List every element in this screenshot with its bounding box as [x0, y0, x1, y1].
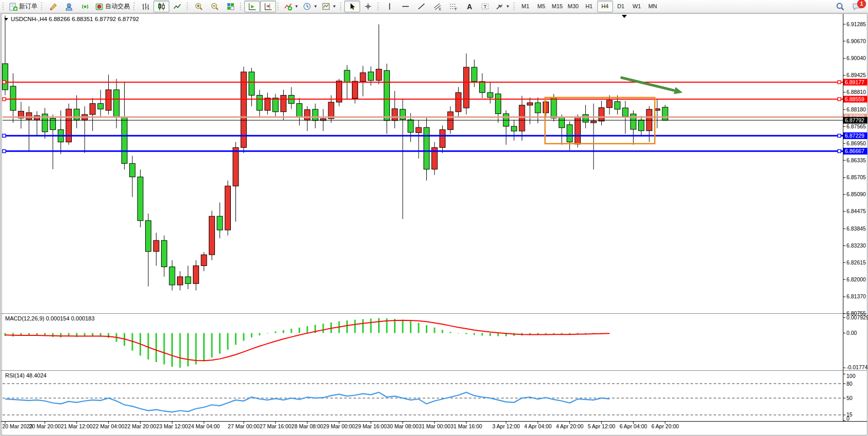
line-handle[interactable]: [3, 81, 6, 84]
y-tick-label: 6.83845: [846, 225, 866, 232]
horizontal-line-button[interactable]: [398, 1, 413, 12]
tf-mn-button[interactable]: MN: [645, 1, 661, 12]
market-watch-button[interactable]: [61, 1, 77, 12]
candlestick: [416, 127, 422, 132]
label-button[interactable]: T: [477, 1, 493, 12]
indicators-icon: [284, 2, 292, 11]
x-tick-label: 5 Apr 12:00: [588, 423, 616, 429]
candlestick: [448, 112, 453, 130]
tf-mn-button-label: MN: [648, 3, 657, 9]
y-tick-label: 6.90670: [846, 38, 866, 44]
toolbar-group-orders: 新订单: [1, 0, 40, 13]
signal-icon: [81, 2, 89, 11]
line-handle[interactable]: [3, 98, 6, 101]
candlestick: [639, 120, 644, 131]
price-tag-label: 6.87229: [845, 132, 864, 139]
tf-h4-button[interactable]: H4: [597, 1, 613, 12]
zoom-out-button[interactable]: [207, 1, 223, 12]
candlestick: [3, 64, 8, 90]
trendline-button[interactable]: [413, 1, 429, 12]
x-tick-label: 4 Apr 04:00: [524, 423, 552, 429]
x-tick-label: 4 Apr 20:00: [556, 423, 584, 429]
candlestick: [360, 73, 366, 82]
tf-d1-button-label: D1: [617, 3, 624, 9]
indicators-button[interactable]: ▼: [282, 1, 301, 12]
price-tag-label: 6.87792: [845, 117, 864, 123]
periods-button[interactable]: ▼: [301, 1, 320, 12]
tf-m5-button[interactable]: M5: [534, 1, 549, 12]
y-tick-label: 6.90040: [846, 55, 866, 61]
labelT-icon: T: [481, 2, 489, 11]
brush-icon: [49, 2, 57, 11]
styler-button[interactable]: [45, 1, 61, 12]
shift-icon: [264, 2, 272, 11]
candlestick-button[interactable]: [153, 1, 169, 12]
tf-m30-button[interactable]: M30: [565, 1, 581, 12]
x-tick-label: 27 Mar 16:00: [260, 423, 291, 429]
signals-button[interactable]: [77, 1, 93, 12]
y-tick-label: 6.89425: [846, 72, 866, 78]
tf-m15-button[interactable]: M15: [549, 1, 565, 12]
line-handle[interactable]: [838, 134, 841, 137]
clock-icon: [303, 2, 311, 11]
search-button[interactable]: [833, 1, 846, 12]
candlestick: [233, 147, 239, 186]
autotrading-button[interactable]: 自动交易: [93, 1, 132, 12]
fibo-icon: F: [449, 2, 458, 11]
line-handle[interactable]: [3, 134, 6, 137]
toolbar-grip: [41, 3, 43, 10]
candlestick: [543, 102, 549, 112]
chevron-down-icon: ▼: [313, 4, 318, 9]
x-tick-label: 28 Mar 08:00: [291, 423, 323, 429]
candlestick: [392, 109, 398, 121]
line-handle[interactable]: [838, 149, 841, 153]
channel-button[interactable]: E: [429, 1, 445, 12]
candlestick: [559, 117, 565, 127]
tf-m1-button[interactable]: M1: [518, 1, 534, 12]
bars-icon: [141, 2, 150, 11]
vertical-line-button[interactable]: [382, 1, 398, 12]
zoom-in-button[interactable]: [191, 1, 207, 12]
x-tick-label: 21 Mar 12:00: [61, 423, 93, 429]
toolbar-group-objects: EFAT▼: [376, 0, 512, 13]
tf-h1-button[interactable]: H1: [581, 1, 597, 12]
tf-m1-button-label: M1: [522, 3, 529, 9]
tf-d1-button[interactable]: D1: [613, 1, 629, 12]
line-handle[interactable]: [838, 98, 841, 101]
text-button[interactable]: A: [461, 1, 477, 12]
candlestick: [496, 94, 501, 114]
templates-button[interactable]: ▼: [320, 1, 339, 12]
candlestick: [519, 105, 525, 131]
new-order-button[interactable]: 新订单: [7, 1, 40, 12]
x-tick-label: 24 Mar 04:00: [188, 423, 220, 429]
candlestick: [217, 216, 223, 230]
candlestick: [599, 108, 604, 121]
tf-w1-button[interactable]: W1: [629, 1, 645, 12]
tile-windows-button[interactable]: [223, 1, 239, 12]
arrows-button[interactable]: ▼: [493, 1, 512, 12]
line-handle[interactable]: [3, 149, 6, 153]
autotrade-icon: [95, 2, 104, 11]
candlestick: [312, 109, 318, 121]
cursor-button[interactable]: [344, 1, 360, 12]
candlestick: [201, 255, 207, 266]
notifications-button[interactable]: 1: [850, 1, 863, 12]
line-chart-button[interactable]: [169, 1, 185, 12]
vline-icon: [385, 2, 394, 11]
candlestick: [384, 70, 390, 120]
zoom-out-icon: [210, 2, 219, 11]
price-tag-label: 6.89177: [845, 79, 864, 85]
textA-icon: A: [465, 2, 474, 11]
y-tick-label: 6.82615: [846, 259, 866, 266]
x-tick-label: 23 Mar 12:00: [156, 423, 188, 429]
arrows-icon: [495, 2, 504, 11]
chart-shift-button[interactable]: [260, 1, 276, 12]
candlestick: [480, 82, 485, 92]
candlestick: [177, 277, 183, 285]
crosshair-button[interactable]: [360, 1, 376, 12]
auto-scroll-button[interactable]: [244, 1, 260, 12]
fibonacci-button[interactable]: F: [445, 1, 461, 12]
bar-chart-button[interactable]: [137, 1, 153, 12]
candlestick: [249, 72, 254, 96]
line-handle[interactable]: [838, 81, 841, 84]
